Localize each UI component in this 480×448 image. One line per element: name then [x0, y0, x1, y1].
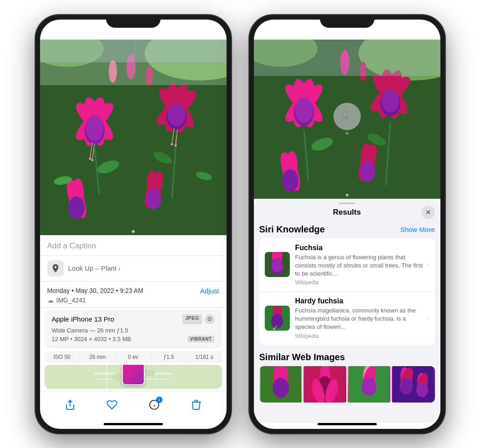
similar-images-grid	[259, 366, 435, 403]
svg-point-62	[295, 97, 313, 123]
photo-area[interactable]	[40, 40, 227, 235]
format-badge: JPEG	[182, 314, 202, 324]
hardy-thumbnail	[265, 306, 290, 331]
lookup-row[interactable]: Look Up – Plant›	[40, 256, 227, 282]
right-photo-area	[254, 40, 440, 199]
notch	[106, 15, 161, 28]
share-button[interactable]	[61, 396, 79, 414]
fuchsia-chevron-icon: ›	[427, 261, 429, 269]
fuchsia-content: Fuchsia Fuchsia is a genus of flowering …	[295, 244, 424, 286]
meta-filename: IMG_4241	[56, 297, 86, 304]
delete-button[interactable]	[187, 396, 205, 414]
device-section: Apple iPhone 13 Pro JPEG ⚙ Wide Camera —…	[45, 310, 222, 347]
show-more-button[interactable]: Show More	[400, 226, 435, 233]
svg-point-93	[273, 328, 275, 330]
map-area[interactable]	[45, 365, 222, 389]
exif-aperture: ƒ1.5	[151, 351, 187, 363]
svg-point-106	[362, 378, 376, 396]
fuchsia-name: Fuchsia	[295, 244, 424, 252]
sheet-handle	[339, 202, 355, 204]
caption-area[interactable]: Add a Caption	[40, 235, 227, 256]
svg-point-87	[272, 259, 283, 272]
siri-section-header: Siri Knowledge Show More	[259, 221, 435, 238]
home-bar	[104, 423, 163, 425]
similar-images-title: Similar Web Images	[259, 348, 435, 366]
results-header: Results ✕	[254, 206, 440, 221]
close-button[interactable]: ✕	[421, 206, 435, 219]
results-sheet: Results ✕ Siri Knowledge Show More	[254, 199, 440, 423]
exif-iso: ISO 50	[45, 351, 80, 363]
svg-point-91	[271, 314, 283, 328]
svg-point-68	[382, 90, 399, 112]
right-screen: Results ✕ Siri Knowledge Show More	[254, 20, 440, 429]
right-notch	[320, 15, 374, 28]
siri-knowledge-section: Siri Knowledge Show More	[259, 221, 435, 345]
knowledge-card: Fuchsia Fuchsia is a genus of flowering …	[259, 238, 435, 345]
visual-search-badge[interactable]	[333, 103, 361, 130]
svg-point-78	[360, 161, 375, 182]
svg-point-75	[282, 169, 298, 192]
similar-image-2[interactable]	[303, 366, 346, 403]
similar-image-4[interactable]	[392, 366, 435, 403]
exif-shutter: 1/181 s	[187, 351, 222, 363]
bottom-toolbar: i	[40, 391, 227, 423]
fuchsia-description: Fuchsia is a genus of flowering plants t…	[295, 253, 424, 278]
fuchsia-thumbnail	[265, 252, 290, 277]
knowledge-item-fuchsia[interactable]: Fuchsia Fuchsia is a genus of flowering …	[259, 238, 435, 292]
map-thumbnail	[122, 365, 145, 385]
device-header: Apple iPhone 13 Pro JPEG ⚙	[52, 314, 215, 324]
svg-point-49	[145, 370, 155, 376]
camera-info: Wide Camera — 26 mm ƒ1.5	[52, 327, 215, 334]
svg-point-113	[416, 383, 428, 397]
camera-specs: 12 MP • 3024 × 4032 • 3.5 MB VIBRANT	[52, 336, 215, 342]
siri-knowledge-title: Siri Knowledge	[259, 224, 325, 235]
hardy-description: Fuchsia magellanica, commonly known as t…	[295, 307, 424, 332]
svg-rect-81	[254, 40, 440, 76]
hardy-source: Wikipedia	[295, 333, 424, 339]
right-phone: Results ✕ Siri Knowledge Show More	[249, 15, 445, 433]
meta-date: Monday • May 30, 2022 • 9:23 AM	[47, 287, 143, 294]
info-button[interactable]: i	[145, 396, 163, 414]
adjust-button[interactable]: Adjust	[200, 287, 219, 295]
left-screen: Add a Caption Look Up – Plant› Monday • …	[40, 20, 227, 429]
exif-focal: 26 mm	[80, 351, 116, 363]
similar-image-3[interactable]	[348, 366, 390, 403]
gear-icon: ⚙	[205, 314, 215, 324]
caption-placeholder: Add a Caption	[47, 242, 96, 250]
lookup-icon	[47, 260, 64, 277]
svg-rect-45	[106, 365, 107, 389]
exif-row: ISO 50 26 mm 0 ev ƒ1.5 1/181 s	[45, 351, 222, 363]
svg-point-97	[273, 378, 289, 398]
results-title: Results	[333, 208, 361, 217]
meta-filename-row: ☁ IMG_4241	[47, 297, 219, 304]
lookup-label: Look Up – Plant›	[68, 264, 121, 272]
info-badge: i	[156, 397, 162, 403]
hardy-name: Hardy fuchsia	[295, 297, 424, 305]
vibrant-badge: VIBRANT	[187, 336, 215, 342]
left-phone: Add a Caption Look Up – Plant› Monday • …	[35, 15, 231, 433]
similar-image-1[interactable]	[259, 366, 302, 403]
svg-point-110	[400, 378, 413, 394]
fuchsia-source: Wikipedia	[295, 279, 424, 286]
visual-search-dot	[346, 132, 349, 135]
exif-ev: 0 ev	[116, 351, 151, 363]
meta-date-row: Monday • May 30, 2022 • 9:23 AM Adjust	[47, 287, 219, 295]
svg-rect-47	[156, 365, 157, 389]
cloud-icon: ☁	[47, 297, 54, 304]
knowledge-item-hardy[interactable]: Hardy fuchsia Fuchsia magellanica, commo…	[259, 292, 435, 345]
meta-section: Monday • May 30, 2022 • 9:23 AM Adjust ☁…	[40, 282, 227, 308]
favorite-button[interactable]	[103, 396, 121, 414]
device-name: Apple iPhone 13 Pro	[52, 315, 115, 323]
hardy-chevron-icon: ›	[427, 314, 429, 322]
similar-images-section: Similar Web Images	[259, 348, 435, 403]
hardy-content: Hardy fuchsia Fuchsia magellanica, commo…	[295, 297, 424, 339]
right-home-bar	[318, 423, 377, 425]
svg-point-82	[346, 194, 349, 196]
device-badges: JPEG ⚙	[182, 314, 215, 324]
svg-rect-107	[393, 366, 434, 403]
